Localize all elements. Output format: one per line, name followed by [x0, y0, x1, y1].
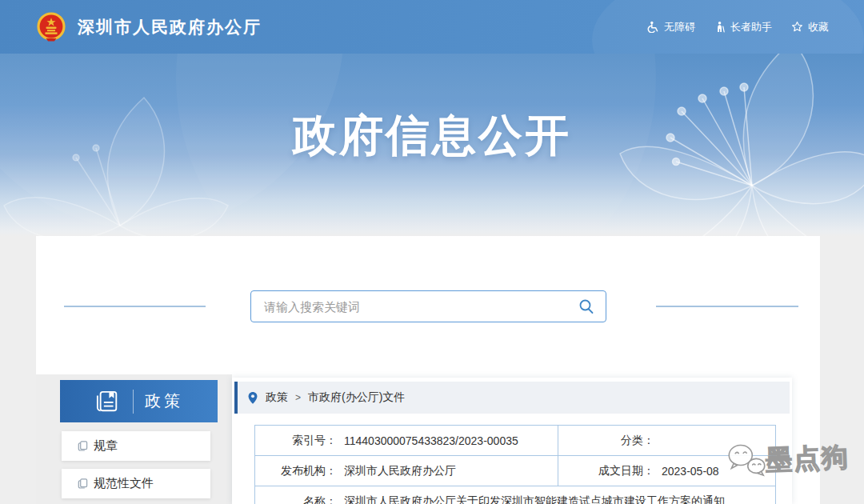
search-box [250, 290, 606, 322]
sidebar-item-regulations[interactable]: 规章 [62, 431, 210, 461]
breadcrumb-separator: > [295, 392, 301, 403]
search-input[interactable] [262, 299, 578, 314]
sidebar-header-policy[interactable]: 政策 [60, 380, 218, 422]
document-icon [78, 478, 88, 489]
breadcrumb-current: 市政府(办公厅)文件 [308, 390, 405, 405]
index-label: 索引号： [255, 434, 337, 448]
favorite-label: 收藏 [808, 20, 829, 34]
accessibility-label: 无障碍 [664, 20, 695, 34]
page-banner: 政府信息公开 [0, 54, 864, 237]
table-row: 索引号： 114403000075433823/2023-00035 分类： [255, 426, 775, 456]
search-icon[interactable] [578, 298, 594, 314]
publisher-value: 深圳市人民政府办公厅 [337, 464, 456, 478]
date-value: 2023-05-08 [654, 465, 719, 478]
category-cell: 分类： [558, 426, 775, 455]
sidebar-item-label: 规范性文件 [94, 476, 154, 491]
name-label: 名称： [255, 494, 337, 504]
name-value: 深圳市人民政府办公厅关于印发深圳市智能建造试点城市建设工作方案的通知 [337, 494, 725, 504]
table-row: 发布机构： 深圳市人民政府办公厅 成文日期： 2023-05-08 [255, 456, 775, 486]
wheelchair-icon [647, 21, 659, 33]
book-icon [94, 390, 122, 414]
accessibility-link[interactable]: 无障碍 [647, 20, 695, 34]
left-divider-line [64, 306, 206, 307]
date-cell: 成文日期： 2023-05-08 [558, 456, 775, 486]
sidebar-item-normative-documents[interactable]: 规范性文件 [62, 469, 210, 498]
publisher-cell: 发布机构： 深圳市人民政府办公厅 [255, 456, 558, 486]
index-cell: 索引号： 114403000075433823/2023-00035 [255, 426, 558, 455]
favorite-link[interactable]: 收藏 [791, 20, 829, 34]
table-row: 名称： 深圳市人民政府办公厅关于印发深圳市智能建造试点城市建设工作方案的通知 [255, 486, 775, 504]
site-title: 深圳市人民政府办公厅 [78, 16, 262, 38]
right-divider-line [656, 306, 798, 307]
category-label: 分类： [558, 434, 654, 448]
top-header-bar: 深圳市人民政府办公厅 无障碍 长者助手 收藏 [0, 0, 864, 54]
content-panel: 政策 规章 规范性文件 政策 > 市政府(办公厅)文件 [36, 236, 820, 504]
sidebar-header-divider [133, 390, 134, 414]
publisher-label: 发布机构： [255, 464, 337, 478]
elder-icon [714, 21, 726, 33]
index-value: 114403000075433823/2023-00035 [337, 434, 518, 447]
sidebar-item-label: 规章 [94, 438, 118, 454]
date-label: 成文日期： [558, 464, 654, 478]
elder-helper-link[interactable]: 长者助手 [714, 20, 772, 34]
elder-helper-label: 长者助手 [730, 20, 772, 34]
page-title: 政府信息公开 [0, 54, 864, 166]
document-icon [78, 441, 88, 451]
star-icon [791, 21, 803, 33]
breadcrumb: 政策 > 市政府(办公厅)文件 [234, 382, 790, 414]
top-links: 无障碍 长者助手 收藏 [647, 20, 829, 34]
document-card: 政策 > 市政府(办公厅)文件 索引号： 114403000075433823/… [232, 378, 792, 504]
location-pin-icon [247, 391, 258, 405]
national-emblem-icon [35, 11, 67, 43]
sidebar-header-label: 政策 [145, 390, 183, 412]
breadcrumb-policy[interactable]: 政策 [266, 390, 288, 405]
document-meta-table: 索引号： 114403000075433823/2023-00035 分类： 发… [254, 425, 776, 504]
